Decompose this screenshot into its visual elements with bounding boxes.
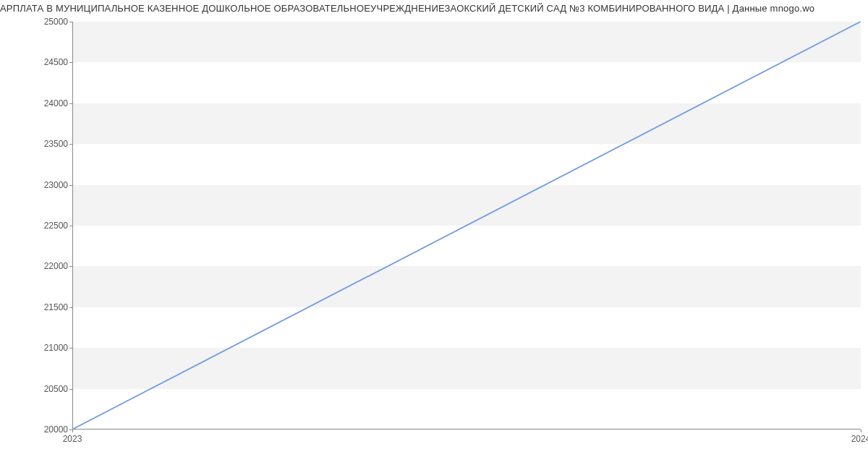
- x-tick-mark: [72, 430, 73, 432]
- x-tick-label: 2023: [63, 434, 82, 444]
- plot-area: [72, 22, 861, 430]
- y-tick-label: 23000: [10, 180, 68, 190]
- y-tick-mark: [69, 266, 72, 267]
- x-tick-mark: [861, 430, 861, 432]
- y-tick-mark: [69, 103, 72, 104]
- y-tick-label: 24500: [10, 57, 68, 67]
- y-tick-label: 20500: [10, 384, 68, 394]
- y-tick-label: 20000: [10, 424, 68, 435]
- y-tick-label: 23500: [10, 139, 68, 149]
- y-tick-mark: [69, 22, 72, 22]
- y-tick-label: 25000: [10, 17, 68, 27]
- y-tick-mark: [69, 144, 72, 145]
- y-tick-mark: [69, 389, 72, 390]
- chart-line-layer: [73, 22, 861, 429]
- y-tick-mark: [69, 226, 72, 226]
- y-tick-mark: [69, 185, 72, 186]
- chart-container: АРПЛАТА В МУНИЦИПАЛЬНОЕ КАЗЕННОЕ ДОШКОЛЬ…: [0, 0, 868, 470]
- y-tick-label: 21000: [10, 343, 68, 353]
- y-tick-mark: [69, 62, 72, 63]
- x-tick-label: 2024: [851, 434, 868, 444]
- y-tick-label: 22000: [10, 261, 68, 271]
- chart-title: АРПЛАТА В МУНИЦИПАЛЬНОЕ КАЗЕННОЕ ДОШКОЛЬ…: [0, 3, 868, 14]
- series-line: [73, 22, 860, 429]
- y-tick-mark: [69, 348, 72, 349]
- y-tick-label: 21500: [10, 302, 68, 312]
- y-tick-label: 22500: [10, 221, 68, 231]
- y-tick-label: 24000: [10, 98, 68, 108]
- y-tick-mark: [69, 307, 72, 308]
